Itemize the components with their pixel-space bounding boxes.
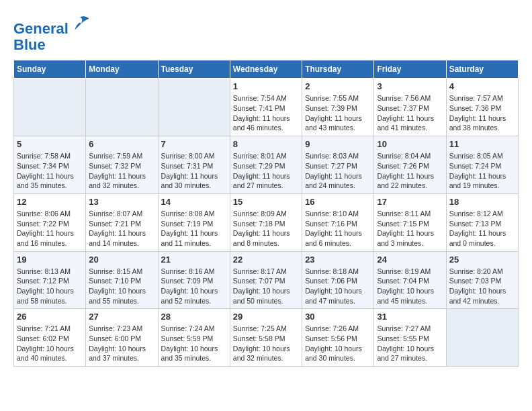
day-info: Sunrise: 8:16 AM Sunset: 7:09 PM Dayligh…	[161, 267, 227, 306]
calendar-cell: 22Sunrise: 8:17 AM Sunset: 7:07 PM Dayli…	[230, 251, 302, 309]
calendar-cell: 17Sunrise: 8:11 AM Sunset: 7:15 PM Dayli…	[374, 193, 446, 251]
day-info: Sunrise: 7:27 AM Sunset: 5:55 PM Dayligh…	[377, 324, 443, 363]
calendar-table: SundayMondayTuesdayWednesdayThursdayFrid…	[13, 60, 519, 367]
day-info: Sunrise: 8:19 AM Sunset: 7:04 PM Dayligh…	[377, 267, 443, 306]
day-number: 28	[161, 312, 227, 322]
day-number: 15	[233, 197, 299, 207]
calendar-cell: 11Sunrise: 8:05 AM Sunset: 7:24 PM Dayli…	[446, 136, 518, 194]
day-number: 9	[305, 139, 371, 149]
day-info: Sunrise: 7:54 AM Sunset: 7:41 PM Dayligh…	[233, 93, 299, 133]
calendar-cell: 9Sunrise: 8:03 AM Sunset: 7:27 PM Daylig…	[302, 136, 374, 194]
day-number: 29	[233, 312, 299, 322]
day-info: Sunrise: 8:11 AM Sunset: 7:15 PM Dayligh…	[377, 209, 443, 248]
day-info: Sunrise: 8:17 AM Sunset: 7:07 PM Dayligh…	[233, 267, 299, 306]
day-info: Sunrise: 7:21 AM Sunset: 6:02 PM Dayligh…	[17, 324, 83, 363]
day-info: Sunrise: 7:57 AM Sunset: 7:36 PM Dayligh…	[449, 93, 515, 133]
day-info: Sunrise: 8:00 AM Sunset: 7:31 PM Dayligh…	[161, 151, 227, 191]
calendar-cell: 23Sunrise: 8:18 AM Sunset: 7:06 PM Dayli…	[302, 251, 374, 309]
calendar-cell: 6Sunrise: 7:59 AM Sunset: 7:32 PM Daylig…	[86, 136, 158, 194]
weekday-header: Wednesday	[230, 60, 302, 79]
day-number: 4	[449, 81, 515, 91]
day-info: Sunrise: 8:05 AM Sunset: 7:24 PM Dayligh…	[449, 151, 515, 191]
calendar-cell: 16Sunrise: 8:10 AM Sunset: 7:16 PM Dayli…	[302, 193, 374, 251]
calendar-cell: 7Sunrise: 8:00 AM Sunset: 7:31 PM Daylig…	[158, 136, 230, 194]
day-number: 14	[161, 197, 227, 207]
calendar-header-row: SundayMondayTuesdayWednesdayThursdayFrid…	[14, 60, 519, 79]
calendar-cell: 19Sunrise: 8:13 AM Sunset: 7:12 PM Dayli…	[14, 251, 86, 309]
day-info: Sunrise: 8:12 AM Sunset: 7:13 PM Dayligh…	[449, 209, 515, 248]
day-number: 12	[17, 197, 83, 207]
calendar-cell: 14Sunrise: 8:08 AM Sunset: 7:19 PM Dayli…	[158, 193, 230, 251]
day-number: 3	[377, 81, 443, 91]
day-info: Sunrise: 7:58 AM Sunset: 7:34 PM Dayligh…	[17, 151, 83, 191]
weekday-header: Monday	[86, 60, 158, 79]
day-info: Sunrise: 7:26 AM Sunset: 5:56 PM Dayligh…	[305, 324, 371, 363]
day-number: 22	[233, 255, 299, 265]
calendar-cell	[158, 79, 230, 136]
weekday-header: Friday	[374, 60, 446, 79]
day-number: 26	[17, 312, 83, 322]
calendar-cell: 27Sunrise: 7:23 AM Sunset: 6:00 PM Dayli…	[86, 309, 158, 367]
calendar-cell	[446, 309, 518, 367]
logo-text: General Blue	[13, 13, 90, 53]
day-info: Sunrise: 8:15 AM Sunset: 7:10 PM Dayligh…	[89, 267, 154, 306]
calendar-cell: 18Sunrise: 8:12 AM Sunset: 7:13 PM Dayli…	[446, 193, 518, 251]
calendar-cell: 10Sunrise: 8:04 AM Sunset: 7:26 PM Dayli…	[374, 136, 446, 194]
weekday-header: Thursday	[302, 60, 374, 79]
day-number: 20	[89, 255, 154, 265]
calendar-cell: 4Sunrise: 7:57 AM Sunset: 7:36 PM Daylig…	[446, 79, 518, 136]
logo: General Blue	[13, 13, 90, 53]
day-number: 6	[89, 139, 154, 149]
calendar-week-row: 1Sunrise: 7:54 AM Sunset: 7:41 PM Daylig…	[14, 79, 519, 136]
day-number: 23	[305, 255, 371, 265]
calendar-week-row: 26Sunrise: 7:21 AM Sunset: 6:02 PM Dayli…	[14, 309, 519, 367]
calendar-cell: 25Sunrise: 8:20 AM Sunset: 7:03 PM Dayli…	[446, 251, 518, 309]
calendar-cell	[14, 79, 86, 136]
weekday-header: Sunday	[14, 60, 86, 79]
day-number: 2	[305, 81, 371, 91]
calendar-cell: 15Sunrise: 8:09 AM Sunset: 7:18 PM Dayli…	[230, 193, 302, 251]
calendar-cell: 5Sunrise: 7:58 AM Sunset: 7:34 PM Daylig…	[14, 136, 86, 194]
day-info: Sunrise: 7:59 AM Sunset: 7:32 PM Dayligh…	[89, 151, 154, 191]
day-info: Sunrise: 8:18 AM Sunset: 7:06 PM Dayligh…	[305, 267, 371, 306]
calendar-cell: 24Sunrise: 8:19 AM Sunset: 7:04 PM Dayli…	[374, 251, 446, 309]
day-number: 1	[233, 81, 299, 91]
day-info: Sunrise: 7:56 AM Sunset: 7:37 PM Dayligh…	[377, 93, 443, 133]
day-info: Sunrise: 8:03 AM Sunset: 7:27 PM Dayligh…	[305, 151, 371, 191]
day-number: 31	[377, 312, 443, 322]
calendar-week-row: 12Sunrise: 8:06 AM Sunset: 7:22 PM Dayli…	[14, 193, 519, 251]
day-number: 27	[89, 312, 154, 322]
calendar-cell: 21Sunrise: 8:16 AM Sunset: 7:09 PM Dayli…	[158, 251, 230, 309]
day-number: 19	[17, 255, 83, 265]
calendar-cell: 31Sunrise: 7:27 AM Sunset: 5:55 PM Dayli…	[374, 309, 446, 367]
calendar-cell: 3Sunrise: 7:56 AM Sunset: 7:37 PM Daylig…	[374, 79, 446, 136]
day-number: 11	[449, 139, 515, 149]
day-number: 21	[161, 255, 227, 265]
day-info: Sunrise: 8:10 AM Sunset: 7:16 PM Dayligh…	[305, 209, 371, 248]
day-number: 18	[449, 197, 515, 207]
calendar-week-row: 19Sunrise: 8:13 AM Sunset: 7:12 PM Dayli…	[14, 251, 519, 309]
calendar-cell	[86, 79, 158, 136]
day-number: 10	[377, 139, 443, 149]
day-number: 25	[449, 255, 515, 265]
day-number: 7	[161, 139, 227, 149]
calendar-cell: 26Sunrise: 7:21 AM Sunset: 6:02 PM Dayli…	[14, 309, 86, 367]
weekday-header: Tuesday	[158, 60, 230, 79]
page-header: General Blue	[13, 13, 519, 53]
day-info: Sunrise: 7:55 AM Sunset: 7:39 PM Dayligh…	[305, 93, 371, 133]
calendar-cell: 2Sunrise: 7:55 AM Sunset: 7:39 PM Daylig…	[302, 79, 374, 136]
day-info: Sunrise: 7:23 AM Sunset: 6:00 PM Dayligh…	[89, 324, 154, 363]
day-number: 13	[89, 197, 154, 207]
day-number: 24	[377, 255, 443, 265]
day-info: Sunrise: 8:04 AM Sunset: 7:26 PM Dayligh…	[377, 151, 443, 191]
calendar-cell: 29Sunrise: 7:25 AM Sunset: 5:58 PM Dayli…	[230, 309, 302, 367]
day-info: Sunrise: 8:09 AM Sunset: 7:18 PM Dayligh…	[233, 209, 299, 248]
calendar-cell: 1Sunrise: 7:54 AM Sunset: 7:41 PM Daylig…	[230, 79, 302, 136]
calendar-cell: 28Sunrise: 7:24 AM Sunset: 5:59 PM Dayli…	[158, 309, 230, 367]
day-info: Sunrise: 8:08 AM Sunset: 7:19 PM Dayligh…	[161, 209, 227, 248]
day-number: 16	[305, 197, 371, 207]
calendar-cell: 8Sunrise: 8:01 AM Sunset: 7:29 PM Daylig…	[230, 136, 302, 194]
day-info: Sunrise: 8:20 AM Sunset: 7:03 PM Dayligh…	[449, 267, 515, 306]
day-number: 17	[377, 197, 443, 207]
day-info: Sunrise: 7:24 AM Sunset: 5:59 PM Dayligh…	[161, 324, 227, 363]
